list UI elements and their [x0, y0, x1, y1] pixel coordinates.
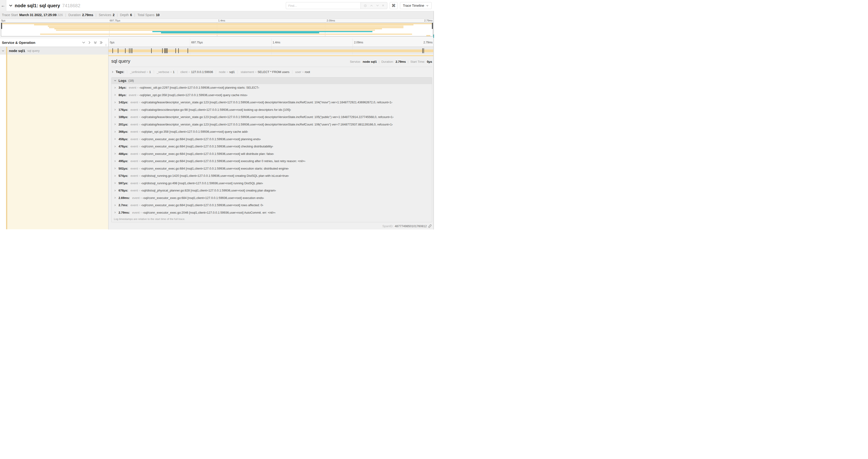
equals-sign: =	[138, 144, 141, 148]
log-entry[interactable]: 495μs:event=‹sql/conn_executor_exec.go:6…	[112, 157, 432, 165]
find-next-icon[interactable]	[376, 4, 379, 7]
chevron-right-icon[interactable]	[114, 87, 116, 89]
chevron-right-icon[interactable]	[114, 101, 116, 104]
log-message: ‹sql/conn_executor_exec.go:684 [nsql1,cl…	[141, 167, 289, 170]
equals-sign: =	[138, 203, 141, 207]
find-input[interactable]	[286, 2, 361, 9]
log-timestamp: 2.69ms:	[119, 196, 130, 200]
minimap-span	[49, 27, 403, 28]
command-icon: ⌘	[392, 3, 396, 8]
log-entry[interactable]: 189μs:event=‹sql/catalog/lease/descripto…	[112, 113, 432, 121]
log-entry[interactable]: 366μs:event=‹sql/plan_opt.go:358 [nsql1,…	[112, 128, 432, 135]
log-entry[interactable]: 2.79ms:event=‹sql/conn_executor_exec.go:…	[112, 209, 432, 217]
divider	[111, 67, 432, 67]
log-entry[interactable]: 574μs:event=‹sql/distsql_running.go:1420…	[112, 172, 432, 179]
find-clear-icon[interactable]: ×	[382, 3, 384, 8]
chevron-right-icon[interactable]	[114, 197, 116, 199]
logs-title: Logs	[119, 79, 126, 83]
back-arrow-icon: ←	[1, 3, 5, 8]
chevron-right-icon[interactable]	[114, 116, 116, 118]
meta-label: Total Spans	[137, 13, 154, 17]
tags-toggle[interactable]: Tags:	[111, 70, 124, 74]
span-row[interactable]: node sql1 sql query	[0, 47, 434, 55]
log-field-key: event	[130, 152, 138, 156]
span-service-name: node sql1	[9, 49, 25, 53]
logs-count: (18)	[128, 79, 134, 82]
chevron-right-icon[interactable]	[114, 138, 116, 140]
chevron-down-icon	[114, 79, 117, 82]
collapse-all-icon[interactable]	[94, 41, 97, 44]
keyboard-shortcuts-button[interactable]: ⌘	[390, 2, 398, 9]
log-field-key: event	[130, 108, 138, 111]
log-entry[interactable]: 142μs:event=‹sql/catalog/lease/descripto…	[112, 99, 432, 106]
tag-value: SELECT * FROM users	[257, 70, 289, 74]
back-button[interactable]: ←	[0, 0, 6, 11]
detail-stat-label: Duration:	[381, 60, 394, 63]
minimap-canvas[interactable]	[1, 23, 433, 36]
tag-item: client=127.0.0.1:59936	[177, 70, 213, 74]
log-entry[interactable]: 597μs:event=‹sql/distsql_running.go:498 …	[112, 179, 432, 187]
chevron-right-icon[interactable]	[114, 175, 116, 177]
log-entry[interactable]: 176μs:event=‹sql/catalog/descs/descripto…	[112, 106, 432, 113]
chevron-right-icon[interactable]	[114, 108, 116, 111]
log-marker-tick	[113, 48, 113, 53]
log-entry[interactable]: 80μs:event=‹sql/plan_opt.go:358 [nsql1,c…	[112, 91, 432, 99]
trace-collapse-chevron-icon[interactable]	[9, 4, 12, 7]
detail-left-highlight	[7, 55, 108, 229]
meta-item: Duration2.79ms	[68, 13, 93, 17]
equals-sign: =	[138, 115, 141, 119]
log-field-key: event	[130, 101, 138, 104]
minimap-left-scrubber[interactable]	[1, 23, 2, 29]
collapse-one-icon[interactable]	[82, 41, 85, 44]
span-collapse-chevron-icon[interactable]	[0, 50, 6, 52]
find-prev-icon[interactable]	[370, 4, 373, 7]
log-entry[interactable]: 459μs:event=‹sql/conn_executor_exec.go:6…	[112, 135, 432, 143]
detail-stat-value: 2.79ms	[396, 60, 406, 63]
equals-sign: =	[255, 70, 257, 74]
log-field-key: event	[130, 115, 138, 119]
log-entry[interactable]: 486μs:event=‹sql/conn_executor_exec.go:6…	[112, 150, 432, 158]
timeline-tick-label: 697.75μs	[190, 38, 203, 47]
equals-sign: =	[138, 130, 141, 133]
logs-footer-note: Log timestamps are relative to the start…	[112, 216, 432, 222]
log-entry[interactable]: 2.7ms:event=‹sql/conn_executor_exec.go:6…	[112, 201, 432, 209]
span-bar-track[interactable]	[108, 47, 434, 55]
chevron-right-icon[interactable]	[114, 131, 116, 133]
log-entry[interactable]: 201μs:event=‹sql/catalog/lease/descripto…	[112, 121, 432, 128]
find-group: ×	[286, 2, 388, 9]
span-duration-bar[interactable]	[108, 50, 434, 52]
meta-value: March 31 2022, 17:25:09	[19, 13, 57, 17]
chevron-right-icon[interactable]	[114, 167, 116, 170]
log-message: ‹sql/plan_opt.go:358 [nsql1,client=127.0…	[141, 130, 248, 133]
chevron-right-icon[interactable]	[114, 123, 116, 126]
log-entry[interactable]: 2.69ms:event=‹sql/conn_executor_exec.go:…	[112, 194, 432, 202]
chevron-right-icon[interactable]	[114, 94, 116, 96]
deep-link-icon[interactable]	[428, 224, 432, 228]
chevron-right-icon[interactable]	[114, 153, 116, 155]
log-timestamp: 486μs:	[119, 152, 128, 156]
log-entry[interactable]: 34μs:event=‹sql/exec_util.go:2297 [nsql1…	[112, 84, 432, 91]
log-marker-tick	[151, 48, 152, 53]
log-marker-tick	[162, 48, 163, 53]
trace-view-select[interactable]: Trace Timeline	[400, 2, 432, 9]
chevron-right-icon[interactable]	[114, 211, 116, 214]
chevron-right-icon[interactable]	[114, 160, 116, 162]
chevron-right-icon[interactable]	[114, 204, 116, 206]
log-entry[interactable]: 502μs:event=‹sql/conn_executor_exec.go:6…	[112, 165, 432, 172]
locate-icon[interactable]	[364, 4, 367, 7]
log-marker-tick	[166, 48, 166, 53]
log-message: ‹sql/plan_opt.go:358 [nsql1,client=127.0…	[139, 93, 247, 97]
chevron-right-icon[interactable]	[114, 189, 116, 192]
log-timestamp: 597μs:	[119, 182, 128, 185]
column-resize-grip[interactable]: ||	[105, 44, 107, 46]
timeline-minimap[interactable]: 0μs697.75μs1.4ms2.09ms2.79ms	[0, 19, 434, 38]
logs-toggle[interactable]: Logs (18)	[112, 77, 432, 84]
log-entry[interactable]: 476μs:event=‹sql/conn_executor_exec.go:6…	[112, 143, 432, 150]
minimap-right-scrubber[interactable]	[432, 23, 433, 29]
expand-one-icon[interactable]	[88, 41, 91, 44]
expand-all-icon[interactable]	[99, 41, 103, 44]
chevron-right-icon[interactable]	[114, 182, 116, 184]
log-timestamp: 34μs:	[119, 86, 126, 89]
chevron-right-icon[interactable]	[114, 145, 116, 147]
log-entry[interactable]: 678μs:event=‹sql/distsql_physical_planne…	[112, 187, 432, 194]
